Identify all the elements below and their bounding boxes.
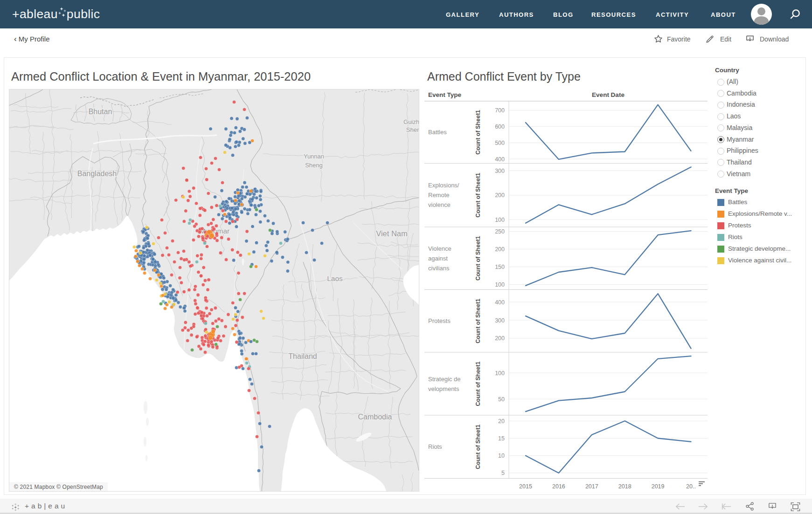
svg-text:100: 100: [495, 370, 505, 377]
svg-text:Laos: Laos: [327, 274, 343, 282]
svg-text:Sheng: Sheng: [305, 162, 323, 169]
svg-text:2015: 2015: [519, 483, 532, 490]
svg-text:Count of Sheet1: Count of Sheet1: [475, 173, 481, 218]
svg-text:Violence: Violence: [428, 245, 451, 252]
svg-text:300: 300: [495, 317, 505, 324]
svg-text:50: 50: [498, 396, 505, 403]
svg-text:300: 300: [495, 168, 505, 174]
svg-text:Count of Sheet1: Count of Sheet1: [475, 299, 481, 343]
svg-text:Yunnan: Yunnan: [304, 153, 324, 160]
svg-text:200: 200: [495, 246, 505, 253]
svg-text:civilians: civilians: [428, 265, 450, 272]
svg-text:Event Type: Event Type: [428, 91, 462, 98]
svg-text:2018: 2018: [618, 483, 632, 490]
svg-text:2016: 2016: [552, 483, 565, 490]
svg-text:200: 200: [495, 335, 505, 342]
svg-text:150: 150: [495, 264, 505, 270]
svg-text:700: 700: [495, 107, 505, 114]
svg-text:20: 20: [498, 418, 505, 425]
svg-text:250: 250: [495, 228, 505, 235]
svg-text:against: against: [428, 255, 448, 262]
svg-text:Thailand: Thailand: [288, 352, 317, 360]
svg-text:2019: 2019: [652, 483, 665, 490]
svg-text:Bhutan: Bhutan: [89, 108, 112, 116]
svg-text:violence: violence: [428, 201, 451, 208]
svg-text:Event Date: Event Date: [592, 91, 625, 98]
svg-text:2017: 2017: [585, 483, 598, 490]
svg-text:500: 500: [495, 140, 505, 146]
svg-text:20..: 20..: [686, 483, 696, 490]
svg-text:Bangladesh: Bangladesh: [77, 170, 117, 178]
svg-text:Count of Sheet1: Count of Sheet1: [475, 110, 481, 155]
svg-text:5: 5: [501, 470, 505, 476]
svg-text:Guizh: Guizh: [403, 118, 419, 125]
svg-text:400: 400: [495, 156, 505, 163]
svg-text:Riots: Riots: [428, 443, 442, 450]
svg-text:Count of Sheet1: Count of Sheet1: [475, 362, 481, 406]
svg-text:400: 400: [495, 299, 505, 306]
svg-text:15: 15: [498, 435, 505, 442]
svg-text:100: 100: [495, 217, 505, 223]
svg-text:200: 200: [495, 192, 505, 199]
svg-text:velopments: velopments: [428, 385, 459, 392]
svg-text:Viet Nam: Viet Nam: [376, 229, 408, 238]
svg-text:Remote: Remote: [428, 192, 450, 199]
svg-text:Cambodia: Cambodia: [358, 413, 392, 421]
svg-text:Battles: Battles: [428, 129, 447, 136]
svg-text:600: 600: [495, 123, 505, 130]
svg-text:100: 100: [495, 281, 505, 288]
svg-text:Explosions/: Explosions/: [428, 182, 459, 189]
svg-text:Shen: Shen: [406, 126, 419, 133]
svg-text:Protests: Protests: [428, 317, 451, 324]
svg-text:Strategic de: Strategic de: [428, 376, 460, 383]
svg-text:Count of Sheet1: Count of Sheet1: [475, 425, 481, 469]
svg-text:Count of Sheet1: Count of Sheet1: [475, 236, 481, 281]
svg-text:10: 10: [498, 452, 505, 459]
